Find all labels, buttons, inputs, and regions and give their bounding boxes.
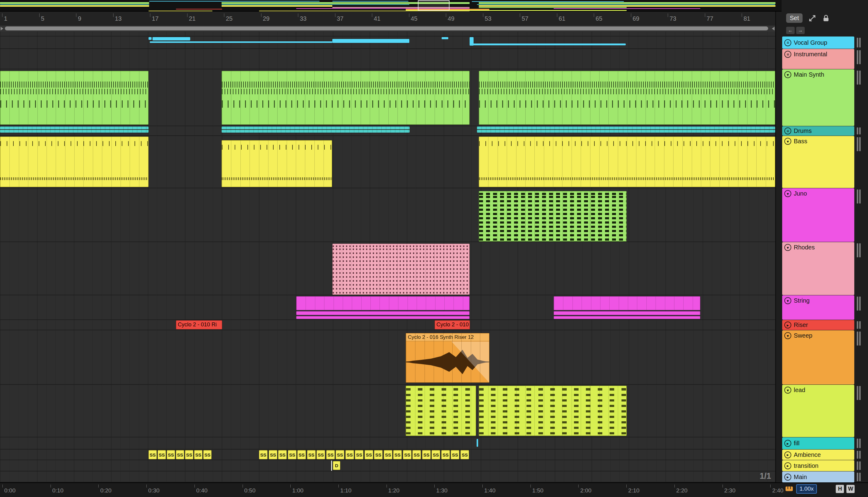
- stringbar-clip[interactable]: [554, 311, 700, 315]
- track-header-string[interactable]: ▾String: [782, 295, 854, 320]
- track-header-fill[interactable]: ▸fill: [782, 437, 854, 449]
- fold-arrow-icon[interactable]: ▸: [784, 462, 791, 469]
- stringbar-clip[interactable]: [296, 311, 470, 315]
- track-header-drums[interactable]: ≡Drums: [782, 126, 854, 136]
- juno-clip[interactable]: [479, 191, 627, 242]
- nav-back-button[interactable]: ←: [786, 27, 795, 34]
- bass-clip[interactable]: [479, 137, 775, 187]
- draw-scale-icon[interactable]: [808, 14, 816, 23]
- track-header-main-synth[interactable]: ▾Main Synth: [782, 69, 854, 126]
- stringblock-clip[interactable]: [554, 296, 700, 310]
- speed-indicator[interactable]: 1.00x: [796, 484, 817, 494]
- ss-clip[interactable]: SS: [297, 450, 306, 459]
- synth-clip[interactable]: [0, 71, 149, 125]
- ss-clip[interactable]: SS: [167, 450, 175, 459]
- bass-clip[interactable]: [0, 137, 149, 187]
- lead-clip[interactable]: [406, 386, 476, 436]
- ss-clip[interactable]: SS: [194, 450, 202, 459]
- fold-arrow-icon[interactable]: ▾: [784, 297, 791, 304]
- lead-clip[interactable]: [479, 386, 627, 436]
- riser-clip[interactable]: Cyclo 2 - 010 Ri: [176, 320, 222, 329]
- dclip-clip[interactable]: D: [333, 461, 340, 470]
- fold-arrow-icon[interactable]: ▾: [784, 332, 791, 339]
- ss-clip[interactable]: SS: [203, 450, 211, 459]
- ss-clip[interactable]: SS: [374, 450, 382, 459]
- track-header-bass[interactable]: ▾Bass: [782, 136, 854, 188]
- track-header-juno[interactable]: ▾Juno: [782, 188, 854, 242]
- vclip-clip[interactable]: [332, 39, 409, 43]
- rhodes-clip[interactable]: [332, 244, 470, 295]
- track-header-main[interactable]: ▸Main: [782, 471, 854, 482]
- fold-arrow-icon[interactable]: ▸: [784, 440, 791, 447]
- bass-clip[interactable]: [222, 140, 332, 187]
- ss-clip[interactable]: SS: [176, 450, 184, 459]
- ss-clip[interactable]: SS: [422, 450, 431, 459]
- track-header-transition[interactable]: ▸transition: [782, 460, 854, 471]
- ss-clip[interactable]: SS: [326, 450, 335, 459]
- ss-clip[interactable]: SS: [412, 450, 421, 459]
- scrollbar-handle[interactable]: [5, 27, 768, 30]
- track-header-vocal-group[interactable]: ≡Vocal Group: [782, 37, 854, 49]
- drums-clip[interactable]: [0, 127, 149, 133]
- ss-clip[interactable]: SS: [403, 450, 411, 459]
- vline-clip[interactable]: [472, 43, 626, 45]
- group-icon[interactable]: ≡: [784, 127, 791, 134]
- drums-clip[interactable]: [222, 127, 410, 133]
- synth-clip[interactable]: [222, 71, 470, 125]
- track-header-sweep[interactable]: ▾Sweep: [782, 330, 854, 384]
- ss-clip[interactable]: SS: [317, 450, 325, 459]
- ss-clip[interactable]: SS: [185, 450, 193, 459]
- ss-clip[interactable]: SS: [307, 450, 316, 459]
- stringbar-clip[interactable]: [554, 316, 700, 319]
- fold-arrow-icon[interactable]: ▾: [784, 387, 791, 394]
- ss-clip[interactable]: SS: [346, 450, 354, 459]
- group-icon[interactable]: ≡: [784, 51, 791, 58]
- ss-clip[interactable]: SS: [355, 450, 363, 459]
- ss-clip[interactable]: SS: [451, 450, 459, 459]
- horizontal-zoom-scrollbar[interactable]: [0, 26, 775, 32]
- ss-clip[interactable]: SS: [269, 450, 277, 459]
- track-header-riser[interactable]: ▸Riser: [782, 320, 854, 330]
- vclip-clip[interactable]: [442, 37, 448, 39]
- group-icon[interactable]: ≡: [784, 39, 791, 46]
- synth-clip[interactable]: [479, 71, 775, 125]
- track-header-rhodes[interactable]: ▾Rhodes: [782, 242, 854, 295]
- ss-clip[interactable]: SS: [259, 450, 267, 459]
- ss-clip[interactable]: SS: [288, 450, 296, 459]
- sweep-clip[interactable]: Cyclo 2 - 016 Synth Riser 12: [406, 333, 489, 383]
- ss-clip[interactable]: SS: [365, 450, 373, 459]
- stringblock-clip[interactable]: [296, 296, 470, 310]
- drums-clip[interactable]: [477, 127, 775, 133]
- vclip-clip[interactable]: [149, 37, 152, 40]
- fold-arrow-icon[interactable]: ▾: [784, 71, 791, 78]
- time-ruler[interactable]: 0:000:100:200:300:400:501:001:101:201:30…: [0, 482, 868, 497]
- ss-clip[interactable]: SS: [278, 450, 287, 459]
- lock-icon[interactable]: [822, 14, 830, 23]
- key-w-button[interactable]: W: [846, 485, 855, 493]
- vline-clip[interactable]: [150, 41, 332, 43]
- ss-clip[interactable]: SS: [441, 450, 450, 459]
- track-header-ambience[interactable]: ▸Ambience: [782, 450, 854, 460]
- ss-clip[interactable]: SS: [461, 450, 469, 459]
- riser-clip[interactable]: Cyclo 2 - 010 Ri: [435, 320, 470, 329]
- ss-clip[interactable]: SS: [384, 450, 392, 459]
- stringbar-clip[interactable]: [296, 316, 470, 319]
- track-header-instrumental[interactable]: ≡Instrumental: [782, 49, 854, 69]
- set-button[interactable]: Set: [786, 13, 802, 23]
- ss-clip[interactable]: SS: [336, 450, 344, 459]
- track-header-lead[interactable]: ▾lead: [782, 385, 854, 437]
- fold-arrow-icon[interactable]: ▸: [784, 322, 791, 328]
- song-overview[interactable]: [0, 0, 782, 12]
- bar-ruler[interactable]: 159131721252933374145495357616569737781: [0, 12, 775, 26]
- overview-viewport-box[interactable]: [418, 0, 449, 11]
- cyanmark-clip[interactable]: [477, 439, 478, 447]
- fold-arrow-icon[interactable]: ▾: [784, 244, 791, 251]
- fold-arrow-icon[interactable]: ▸: [784, 473, 791, 481]
- ss-clip[interactable]: SS: [432, 450, 440, 459]
- fold-arrow-icon[interactable]: ▸: [784, 451, 791, 458]
- ss-clip[interactable]: SS: [158, 450, 166, 459]
- nav-forward-button[interactable]: →: [796, 27, 805, 34]
- fold-arrow-icon[interactable]: ▾: [784, 138, 791, 145]
- whiteline-clip[interactable]: [331, 460, 332, 471]
- ss-clip[interactable]: SS: [149, 450, 157, 459]
